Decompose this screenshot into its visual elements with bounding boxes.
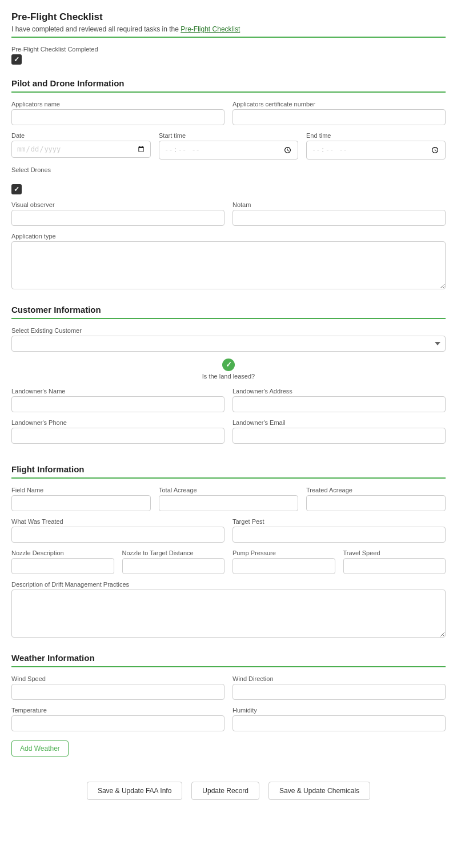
- visual-observer-input[interactable]: [11, 210, 225, 226]
- target-pest-label: Target Pest: [232, 518, 446, 525]
- humidity-label: Humidity: [232, 707, 446, 714]
- nozzle-desc-label: Nozzle Description: [11, 550, 114, 556]
- drift-mgmt-textarea[interactable]: ­­­­: [11, 590, 446, 638]
- date-input[interactable]: [11, 141, 151, 158]
- treated-acreage-input[interactable]: [306, 495, 446, 511]
- page-subtitle: I have completed and reviewed all requir…: [11, 25, 446, 33]
- nozzle-target-input[interactable]: [122, 558, 225, 574]
- save-chemicals-button[interactable]: Save & Update Chemicals: [268, 782, 370, 800]
- flight-section-title: Flight Information: [11, 464, 446, 474]
- footer-bar: Save & Update FAA Info Update Record Sav…: [11, 773, 446, 800]
- landowner-address-input[interactable]: [232, 396, 446, 412]
- pump-pressure-input[interactable]: [232, 558, 335, 574]
- customer-divider: [11, 318, 446, 319]
- start-time-input[interactable]: [159, 141, 298, 160]
- add-weather-button[interactable]: Add Weather: [11, 740, 69, 756]
- temperature-label: Temperature: [11, 707, 225, 714]
- notam-label: Notam: [232, 201, 446, 208]
- preflight-checkbox-label: Pre-Flight Checklist Completed: [11, 46, 446, 53]
- humidity-input[interactable]: [232, 715, 446, 731]
- wind-direction-label: Wind Direction: [232, 675, 446, 682]
- leased-checkbox[interactable]: [222, 359, 235, 371]
- weather-section-title: Weather Information: [11, 653, 446, 663]
- applicators-name-label: Applicators name: [11, 101, 225, 107]
- wind-speed-input[interactable]: [11, 684, 225, 700]
- customer-section-title: Customer Information: [11, 305, 446, 314]
- wind-speed-label: Wind Speed: [11, 675, 225, 682]
- leased-label: Is the land leased?: [202, 373, 255, 380]
- select-drones-label: Select Drones: [11, 166, 446, 173]
- wind-direction-input[interactable]: [232, 684, 446, 700]
- cert-number-input[interactable]: [232, 109, 446, 125]
- notam-input[interactable]: [232, 210, 446, 226]
- update-record-button[interactable]: Update Record: [191, 782, 259, 800]
- page-title: Pre-Flight Checklist: [11, 11, 446, 23]
- landowner-email-label: Landowner's Email: [232, 419, 446, 426]
- travel-speed-label: Travel Speed: [343, 550, 446, 556]
- travel-speed-input[interactable]: [343, 558, 446, 574]
- preflight-checklist-link[interactable]: Pre-Flight Checklist: [181, 25, 240, 33]
- landowner-email-input[interactable]: [232, 428, 446, 444]
- preflight-checkbox[interactable]: [11, 54, 22, 65]
- drift-mgmt-label: Description of Drift Management Practice…: [11, 581, 446, 588]
- field-name-input[interactable]: [11, 495, 151, 511]
- landowner-name-label: Landowner's Name: [11, 388, 225, 395]
- pump-pressure-label: Pump Pressure: [232, 550, 335, 556]
- start-time-label: Start time: [159, 132, 298, 139]
- pilot-section-title: Pilot and Drone Information: [11, 78, 446, 88]
- what-treated-label: What Was Treated: [11, 518, 225, 525]
- end-time-label: End time: [306, 132, 446, 139]
- total-acreage-label: Total Acreage: [159, 487, 298, 493]
- target-pest-input[interactable]: [232, 527, 446, 543]
- applicators-name-input[interactable]: [11, 109, 225, 125]
- what-treated-input[interactable]: [11, 527, 225, 543]
- landowner-phone-label: Landowner's Phone: [11, 419, 225, 426]
- save-faa-button[interactable]: Save & Update FAA Info: [87, 782, 182, 800]
- select-customer-dropdown[interactable]: ­­­­­­: [11, 336, 446, 352]
- landowner-address-label: Landowner's Address: [232, 388, 446, 395]
- end-time-input[interactable]: [306, 141, 446, 160]
- select-customer-label: Select Existing Customer: [11, 327, 446, 334]
- cert-number-label: Applicators certificate number: [232, 101, 446, 107]
- header-divider: [11, 37, 446, 38]
- pilot-divider: [11, 91, 446, 93]
- field-name-label: Field Name: [11, 487, 151, 493]
- nozzle-desc-input[interactable]: [11, 558, 114, 574]
- flight-divider: [11, 477, 446, 479]
- landowner-name-input[interactable]: [11, 396, 225, 412]
- drone-checkbox[interactable]: [11, 184, 22, 194]
- drone-name-text: ­­­­­­­­­­­: [11, 175, 446, 182]
- nozzle-target-label: Nozzle to Target Distance: [122, 550, 225, 556]
- application-type-textarea[interactable]: ­­­­: [11, 241, 446, 289]
- weather-divider: [11, 666, 446, 667]
- total-acreage-input[interactable]: [159, 495, 298, 511]
- landowner-phone-input[interactable]: [11, 428, 225, 444]
- date-label: Date: [11, 132, 151, 139]
- temperature-input[interactable]: [11, 715, 225, 731]
- visual-observer-label: Visual observer: [11, 201, 225, 208]
- application-type-label: Application type: [11, 233, 446, 240]
- treated-acreage-label: Treated Acreage: [306, 487, 446, 493]
